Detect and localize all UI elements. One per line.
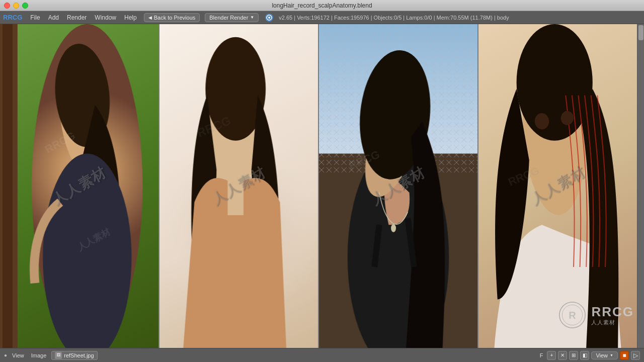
rrcg-emblem-icon: R [558, 301, 586, 329]
file-indicator[interactable]: 🖼 refSheet.jpg [51, 351, 97, 360]
logo: RRCG [3, 14, 22, 21]
image-canvas-4 [478, 24, 637, 348]
blender-icon [265, 13, 274, 22]
minimize-button[interactable] [13, 3, 19, 9]
status-dot-icon: ● [4, 352, 7, 358]
rrcg-sub-text: 人人素材 [591, 319, 634, 325]
vertical-scrollbar[interactable] [637, 24, 644, 348]
menu-add[interactable]: Add [45, 13, 62, 22]
file-icon: 🖼 [55, 352, 62, 359]
close-control-button[interactable]: ✕ [558, 351, 567, 360]
menubar: RRCG File Add Render Window Help Back to… [0, 11, 644, 24]
view-menu-item[interactable]: View [10, 351, 26, 359]
menu-file[interactable]: File [27, 13, 43, 22]
statusbar: ● View Image 🖼 refSheet.jpg F + ✕ ⊞ ◧ Vi… [0, 348, 644, 362]
image-gallery: 人人素材 人人素材 人人素材 人人素材 [0, 24, 637, 348]
f-key-label[interactable]: F [538, 351, 545, 359]
settings-button-2[interactable]: ▷ [631, 351, 640, 360]
image-canvas-1 [0, 24, 158, 348]
main-area: 人人素材 人人素材 人人素材 人人素材 [0, 24, 644, 348]
svg-text:R: R [569, 310, 577, 321]
settings-button-1[interactable]: ■ [620, 351, 629, 360]
render-engine-selector[interactable]: Blender Render [205, 13, 259, 22]
rrcg-brand-text: RRCG [591, 305, 634, 319]
filename-text: refSheet.jpg [64, 352, 94, 358]
view-selector-button[interactable]: View [591, 351, 618, 359]
image-panel-1: 人人素材 [0, 24, 159, 348]
image-menu-item[interactable]: Image [29, 351, 49, 359]
top-status-text: v2.65 | Verts:196172 | Faces:195976 | Ob… [279, 15, 509, 21]
menu-help[interactable]: Help [121, 13, 140, 22]
window-title: longHair_record_scalpAnatomy.blend [272, 2, 372, 9]
back-to-previous-button[interactable]: Back to Previous [144, 13, 200, 22]
menu-window[interactable]: Window [92, 13, 119, 22]
extra-control-button[interactable]: ◧ [580, 351, 589, 360]
close-button[interactable] [4, 3, 10, 9]
svg-point-2 [268, 17, 270, 19]
image-panel-3: 人人素材 [319, 24, 478, 348]
scrollbar-thumb[interactable] [638, 25, 643, 40]
fullscreen-control-button[interactable]: ⊞ [569, 351, 578, 360]
rrcg-logo: R RRCG 人人素材 [558, 301, 634, 329]
image-panel-4: 人人素材 [478, 24, 637, 348]
image-canvas-2 [159, 24, 318, 348]
menu-render[interactable]: Render [64, 13, 90, 22]
image-panel-2: 人人素材 [159, 24, 319, 348]
window-controls [4, 3, 28, 9]
bottom-controls: F + ✕ ⊞ ◧ View ■ ▷ [538, 351, 640, 360]
rrcg-text-block: RRCG 人人素材 [591, 305, 634, 325]
maximize-button[interactable] [22, 3, 28, 9]
image-canvas-3 [319, 24, 477, 348]
titlebar: longHair_record_scalpAnatomy.blend [0, 0, 644, 11]
add-control-button[interactable]: + [547, 351, 556, 360]
